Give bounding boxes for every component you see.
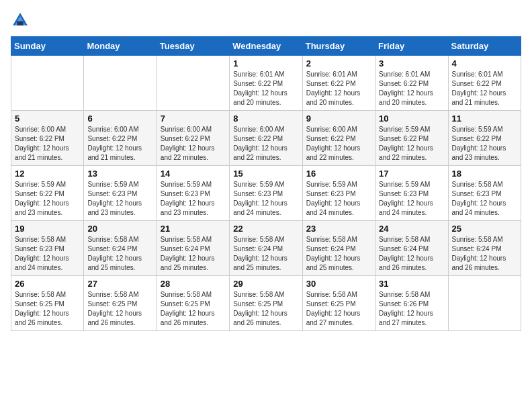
day-number: 30 <box>306 279 371 289</box>
day-info: Sunrise: 5:59 AM Sunset: 6:23 PM Dayligh… <box>87 180 152 218</box>
calendar-cell: 1Sunrise: 6:01 AM Sunset: 6:22 PM Daylig… <box>230 56 302 111</box>
day-info: Sunrise: 5:58 AM Sunset: 6:25 PM Dayligh… <box>15 290 80 328</box>
weekday-header-row: SundayMondayTuesdayWednesdayThursdayFrid… <box>11 37 521 56</box>
weekday-header: Wednesday <box>230 37 302 56</box>
day-info: Sunrise: 5:59 AM Sunset: 6:22 PM Dayligh… <box>15 180 80 218</box>
day-number: 16 <box>306 169 371 179</box>
day-info: Sunrise: 5:58 AM Sunset: 6:23 PM Dayligh… <box>452 180 517 218</box>
calendar-cell: 30Sunrise: 5:58 AM Sunset: 6:25 PM Dayli… <box>302 276 375 331</box>
logo <box>11 11 31 30</box>
calendar-cell: 21Sunrise: 5:58 AM Sunset: 6:24 PM Dayli… <box>157 221 229 276</box>
day-info: Sunrise: 6:00 AM Sunset: 6:22 PM Dayligh… <box>87 125 152 163</box>
calendar-cell: 28Sunrise: 5:58 AM Sunset: 6:25 PM Dayli… <box>157 276 229 331</box>
calendar-cell: 7Sunrise: 6:00 AM Sunset: 6:22 PM Daylig… <box>157 111 229 166</box>
day-info: Sunrise: 5:58 AM Sunset: 6:25 PM Dayligh… <box>161 290 226 328</box>
calendar-cell: 17Sunrise: 5:59 AM Sunset: 6:23 PM Dayli… <box>375 166 448 221</box>
day-number: 29 <box>233 279 298 289</box>
day-info: Sunrise: 6:01 AM Sunset: 6:22 PM Dayligh… <box>306 70 371 107</box>
weekday-header: Thursday <box>302 37 375 56</box>
day-number: 4 <box>452 58 517 68</box>
calendar-cell: 22Sunrise: 5:58 AM Sunset: 6:24 PM Dayli… <box>230 221 302 276</box>
page-header <box>11 11 521 30</box>
day-info: Sunrise: 5:59 AM Sunset: 6:23 PM Dayligh… <box>379 180 444 218</box>
logo-icon <box>11 11 30 30</box>
day-info: Sunrise: 5:58 AM Sunset: 6:23 PM Dayligh… <box>15 235 80 273</box>
day-info: Sunrise: 5:59 AM Sunset: 6:22 PM Dayligh… <box>379 125 444 163</box>
calendar-week-row: 19Sunrise: 5:58 AM Sunset: 6:23 PM Dayli… <box>11 221 521 276</box>
day-info: Sunrise: 5:58 AM Sunset: 6:26 PM Dayligh… <box>379 290 444 328</box>
day-number: 11 <box>452 113 517 124</box>
day-number: 23 <box>306 224 371 234</box>
day-number: 8 <box>233 113 298 124</box>
calendar-cell: 3Sunrise: 6:01 AM Sunset: 6:22 PM Daylig… <box>375 56 448 111</box>
day-number: 21 <box>161 224 226 234</box>
day-info: Sunrise: 5:58 AM Sunset: 6:24 PM Dayligh… <box>306 235 371 273</box>
day-number: 31 <box>379 279 444 289</box>
calendar-cell: 29Sunrise: 5:58 AM Sunset: 6:25 PM Dayli… <box>230 276 302 331</box>
day-number: 2 <box>306 58 371 68</box>
day-number: 27 <box>87 279 152 289</box>
calendar-week-row: 12Sunrise: 5:59 AM Sunset: 6:22 PM Dayli… <box>11 166 521 221</box>
calendar-week-row: 1Sunrise: 6:01 AM Sunset: 6:22 PM Daylig… <box>11 56 521 111</box>
calendar-week-row: 26Sunrise: 5:58 AM Sunset: 6:25 PM Dayli… <box>11 276 521 331</box>
day-number: 3 <box>379 58 444 68</box>
calendar-cell: 13Sunrise: 5:59 AM Sunset: 6:23 PM Dayli… <box>84 166 157 221</box>
calendar-cell: 6Sunrise: 6:00 AM Sunset: 6:22 PM Daylig… <box>84 111 157 166</box>
calendar-cell: 23Sunrise: 5:58 AM Sunset: 6:24 PM Dayli… <box>302 221 375 276</box>
day-info: Sunrise: 6:01 AM Sunset: 6:22 PM Dayligh… <box>452 70 517 107</box>
day-number: 17 <box>379 169 444 179</box>
day-number: 28 <box>161 279 226 289</box>
day-info: Sunrise: 6:01 AM Sunset: 6:22 PM Dayligh… <box>379 70 444 107</box>
day-info: Sunrise: 5:58 AM Sunset: 6:25 PM Dayligh… <box>233 290 298 328</box>
calendar-cell: 2Sunrise: 6:01 AM Sunset: 6:22 PM Daylig… <box>302 56 375 111</box>
day-info: Sunrise: 5:58 AM Sunset: 6:24 PM Dayligh… <box>233 235 298 273</box>
calendar-cell: 8Sunrise: 6:00 AM Sunset: 6:22 PM Daylig… <box>230 111 302 166</box>
day-number: 26 <box>15 279 80 289</box>
calendar-cell: 24Sunrise: 5:58 AM Sunset: 6:24 PM Dayli… <box>375 221 448 276</box>
weekday-header: Monday <box>84 37 157 56</box>
day-info: Sunrise: 5:58 AM Sunset: 6:24 PM Dayligh… <box>452 235 517 273</box>
day-number: 15 <box>233 169 298 179</box>
calendar-cell <box>84 56 157 111</box>
day-number: 5 <box>15 113 80 124</box>
calendar-cell: 4Sunrise: 6:01 AM Sunset: 6:22 PM Daylig… <box>448 56 521 111</box>
day-info: Sunrise: 5:59 AM Sunset: 6:23 PM Dayligh… <box>306 180 371 218</box>
weekday-header: Sunday <box>11 37 84 56</box>
day-number: 6 <box>87 113 152 124</box>
day-number: 25 <box>452 224 517 234</box>
day-info: Sunrise: 5:59 AM Sunset: 6:23 PM Dayligh… <box>233 180 298 218</box>
day-number: 24 <box>379 224 444 234</box>
calendar-cell: 25Sunrise: 5:58 AM Sunset: 6:24 PM Dayli… <box>448 221 521 276</box>
day-info: Sunrise: 5:58 AM Sunset: 6:25 PM Dayligh… <box>87 290 152 328</box>
day-number: 19 <box>15 224 80 234</box>
calendar-cell: 27Sunrise: 5:58 AM Sunset: 6:25 PM Dayli… <box>84 276 157 331</box>
calendar-cell <box>11 56 84 111</box>
day-info: Sunrise: 5:59 AM Sunset: 6:23 PM Dayligh… <box>161 180 226 218</box>
calendar-cell <box>157 56 229 111</box>
day-info: Sunrise: 5:59 AM Sunset: 6:22 PM Dayligh… <box>452 125 517 163</box>
weekday-header: Saturday <box>448 37 521 56</box>
day-info: Sunrise: 6:00 AM Sunset: 6:22 PM Dayligh… <box>161 125 226 163</box>
calendar-cell: 10Sunrise: 5:59 AM Sunset: 6:22 PM Dayli… <box>375 111 448 166</box>
calendar-cell: 20Sunrise: 5:58 AM Sunset: 6:24 PM Dayli… <box>84 221 157 276</box>
calendar-cell: 16Sunrise: 5:59 AM Sunset: 6:23 PM Dayli… <box>302 166 375 221</box>
day-number: 7 <box>161 113 226 124</box>
day-info: Sunrise: 6:00 AM Sunset: 6:22 PM Dayligh… <box>306 125 371 163</box>
calendar-cell: 5Sunrise: 6:00 AM Sunset: 6:22 PM Daylig… <box>11 111 84 166</box>
day-info: Sunrise: 6:00 AM Sunset: 6:22 PM Dayligh… <box>15 125 80 163</box>
calendar-cell: 14Sunrise: 5:59 AM Sunset: 6:23 PM Dayli… <box>157 166 229 221</box>
weekday-header: Friday <box>375 37 448 56</box>
day-info: Sunrise: 6:01 AM Sunset: 6:22 PM Dayligh… <box>233 70 298 107</box>
day-number: 13 <box>87 169 152 179</box>
day-number: 1 <box>233 58 298 68</box>
calendar-cell: 15Sunrise: 5:59 AM Sunset: 6:23 PM Dayli… <box>230 166 302 221</box>
day-number: 10 <box>379 113 444 124</box>
day-number: 18 <box>452 169 517 179</box>
day-info: Sunrise: 5:58 AM Sunset: 6:24 PM Dayligh… <box>161 235 226 273</box>
calendar-cell: 12Sunrise: 5:59 AM Sunset: 6:22 PM Dayli… <box>11 166 84 221</box>
day-number: 14 <box>161 169 226 179</box>
calendar-cell: 18Sunrise: 5:58 AM Sunset: 6:23 PM Dayli… <box>448 166 521 221</box>
calendar-cell: 19Sunrise: 5:58 AM Sunset: 6:23 PM Dayli… <box>11 221 84 276</box>
day-number: 20 <box>87 224 152 234</box>
calendar-cell <box>448 276 521 331</box>
